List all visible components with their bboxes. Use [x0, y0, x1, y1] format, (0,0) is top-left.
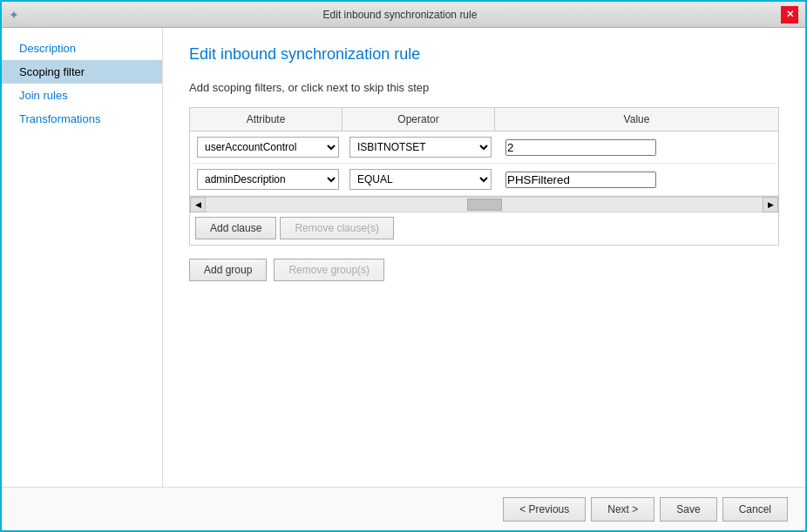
filter-table: Attribute Operator Value userAccountCont…	[189, 107, 779, 246]
column-operator: Operator	[342, 108, 495, 131]
title-bar: ✦ Edit inbound synchronization rule ✕	[2, 2, 805, 28]
row1-attribute-cell: userAccountControl adminDescription	[193, 135, 346, 159]
column-attribute: Attribute	[190, 108, 342, 131]
footer: < Previous Next > Save Cancel	[2, 487, 805, 530]
title-bar-text: Edit inbound synchronization rule	[19, 9, 781, 21]
row2-operator-select[interactable]: EQUAL ISBITNOTSET	[349, 169, 492, 190]
scroll-left-arrow[interactable]: ◀	[190, 197, 206, 212]
next-button[interactable]: Next >	[591, 497, 654, 522]
sidebar-item-scoping-filter[interactable]: Scoping filter	[2, 60, 162, 84]
row2-value-cell	[498, 170, 775, 190]
horizontal-scrollbar[interactable]: ◀ ▶	[190, 196, 778, 212]
close-button[interactable]: ✕	[781, 6, 798, 24]
main-window: ✦ Edit inbound synchronization rule ✕ De…	[0, 0, 807, 532]
column-value: Value	[495, 108, 778, 131]
row1-value-input[interactable]	[505, 139, 656, 156]
filter-table-header: Attribute Operator Value	[190, 108, 778, 131]
instruction-text: Add scoping filters, or click next to sk…	[189, 81, 779, 94]
previous-button[interactable]: < Previous	[503, 497, 586, 522]
row1-operator-cell: ISBITNOTSET EQUAL	[346, 135, 498, 159]
row2-attribute-cell: adminDescription userAccountControl	[193, 167, 346, 192]
clause-buttons: Add clause Remove clause(s)	[190, 212, 778, 245]
scroll-right-arrow[interactable]: ▶	[763, 197, 778, 212]
row1-value-cell	[498, 138, 775, 158]
scroll-thumb[interactable]	[467, 199, 502, 211]
sidebar-item-transformations[interactable]: Transformations	[2, 107, 162, 131]
sidebar-item-description[interactable]: Description	[2, 37, 162, 60]
group-buttons: Add group Remove group(s)	[189, 259, 779, 281]
filter-row-1: userAccountControl adminDescription ISBI…	[190, 131, 778, 164]
row2-attribute-select[interactable]: adminDescription userAccountControl	[197, 169, 339, 190]
row1-operator-select[interactable]: ISBITNOTSET EQUAL	[349, 137, 492, 158]
add-clause-button[interactable]: Add clause	[195, 217, 276, 239]
row2-operator-cell: EQUAL ISBITNOTSET	[346, 167, 498, 192]
title-bar-icon: ✦	[9, 8, 19, 22]
content-area: Description Scoping filter Join rules Tr…	[2, 28, 805, 487]
filter-row-2: adminDescription userAccountControl EQUA…	[190, 164, 778, 196]
save-button[interactable]: Save	[660, 497, 716, 522]
page-title: Edit inbound synchronization rule	[189, 45, 779, 64]
sidebar-item-join-rules[interactable]: Join rules	[2, 84, 162, 107]
sidebar: Description Scoping filter Join rules Tr…	[2, 28, 163, 487]
cancel-button[interactable]: Cancel	[722, 497, 788, 522]
scroll-track[interactable]	[206, 197, 763, 212]
remove-clauses-button[interactable]: Remove clause(s)	[280, 217, 394, 239]
remove-groups-button[interactable]: Remove group(s)	[274, 259, 384, 281]
main-content: Edit inbound synchronization rule Add sc…	[163, 28, 805, 487]
row2-value-input[interactable]	[505, 172, 656, 188]
add-group-button[interactable]: Add group	[189, 259, 267, 281]
row1-attribute-select[interactable]: userAccountControl adminDescription	[197, 137, 339, 158]
